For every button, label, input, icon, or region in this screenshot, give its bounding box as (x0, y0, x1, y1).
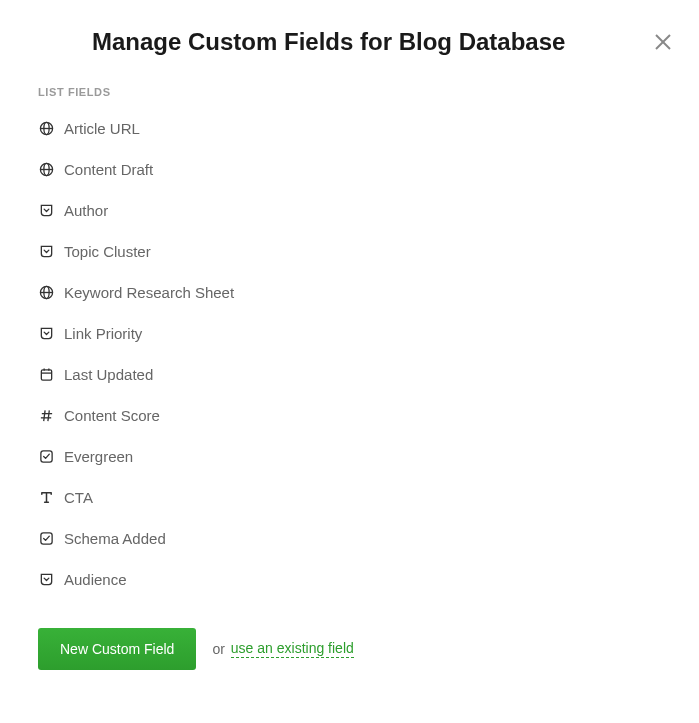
field-item[interactable]: Keyword Research Sheet (38, 272, 699, 313)
field-label: Author (64, 202, 108, 219)
modal-header: Manage Custom Fields for Blog Database (0, 0, 699, 56)
checkbox-icon (38, 531, 54, 547)
field-item[interactable]: Evergreen (38, 436, 699, 477)
globe-icon (38, 285, 54, 301)
field-item[interactable]: Schema Added (38, 518, 699, 559)
field-label: Link Priority (64, 325, 142, 342)
field-item[interactable]: Link Priority (38, 313, 699, 354)
modal-title: Manage Custom Fields for Blog Database (92, 28, 565, 56)
field-label: Audience (64, 571, 127, 588)
field-item[interactable]: Topic Cluster (38, 231, 699, 272)
close-icon (653, 32, 673, 52)
globe-icon (38, 121, 54, 137)
field-label: Content Score (64, 407, 160, 424)
field-item[interactable]: Article URL (38, 108, 699, 149)
svg-rect-11 (41, 370, 51, 380)
field-label: Topic Cluster (64, 243, 151, 260)
field-item[interactable]: Author (38, 190, 699, 231)
field-item[interactable]: Audience (38, 559, 699, 600)
field-label: CTA (64, 489, 93, 506)
modal-footer: New Custom Field or use an existing fiel… (0, 600, 699, 670)
shield-down-icon (38, 203, 54, 219)
or-text: or (212, 641, 224, 657)
globe-icon (38, 162, 54, 178)
shield-down-icon (38, 244, 54, 260)
shield-down-icon (38, 572, 54, 588)
checkbox-icon (38, 449, 54, 465)
calendar-icon (38, 367, 54, 383)
field-label: Content Draft (64, 161, 153, 178)
svg-line-18 (47, 410, 48, 421)
new-custom-field-button[interactable]: New Custom Field (38, 628, 196, 670)
field-item[interactable]: Content Draft (38, 149, 699, 190)
section-label: LIST FIELDS (0, 56, 699, 108)
field-label: Evergreen (64, 448, 133, 465)
field-label: Schema Added (64, 530, 166, 547)
field-label: Article URL (64, 120, 140, 137)
use-existing-field-link[interactable]: use an existing field (231, 640, 354, 658)
field-list: Article URL Content Draft Author Topic C… (0, 108, 699, 600)
field-label: Keyword Research Sheet (64, 284, 234, 301)
svg-line-17 (43, 410, 44, 421)
hash-icon (38, 408, 54, 424)
shield-down-icon (38, 326, 54, 342)
field-item[interactable]: CTA (38, 477, 699, 518)
close-button[interactable] (651, 30, 675, 54)
field-label: Last Updated (64, 366, 153, 383)
field-item[interactable]: Content Score (38, 395, 699, 436)
field-item[interactable]: Last Updated (38, 354, 699, 395)
text-icon (38, 490, 54, 506)
